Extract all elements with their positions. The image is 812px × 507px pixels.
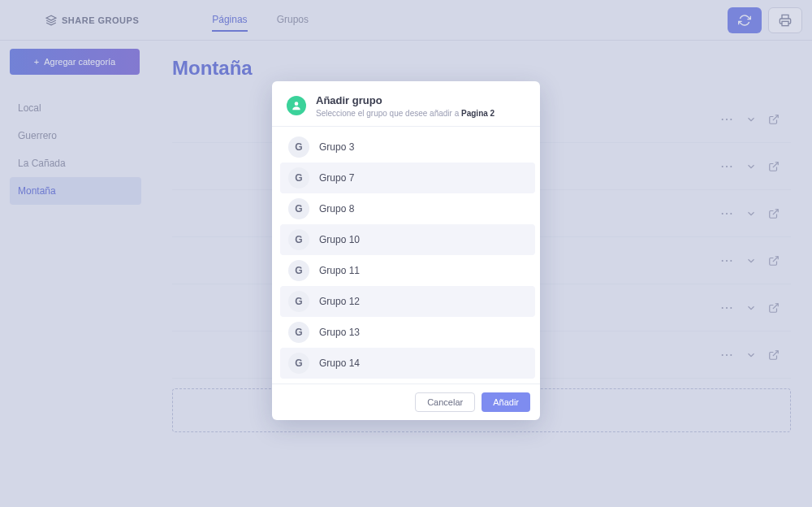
svg-point-8 — [295, 102, 299, 106]
group-label: Grupo 3 — [319, 141, 354, 153]
modal-overlay[interactable]: Añadir grupo Seleccione el grupo que des… — [0, 0, 812, 507]
group-label: Grupo 11 — [319, 265, 360, 276]
modal-footer: Cancelar Añadir — [272, 384, 540, 420]
group-label: Grupo 8 — [319, 203, 354, 214]
group-option[interactable]: GGrupo 13 — [280, 317, 535, 348]
group-avatar: G — [288, 322, 309, 343]
group-option[interactable]: GGrupo 7 — [280, 162, 535, 193]
group-label: Grupo 10 — [319, 234, 360, 245]
cancel-button[interactable]: Cancelar — [415, 392, 475, 412]
group-option[interactable]: GGrupo 8 — [280, 193, 535, 224]
confirm-button[interactable]: Añadir — [482, 392, 530, 412]
group-label: Grupo 14 — [319, 358, 360, 369]
add-group-modal: Añadir grupo Seleccione el grupo que des… — [272, 81, 540, 420]
group-label: Grupo 12 — [319, 296, 360, 307]
group-avatar: G — [288, 167, 309, 188]
modal-heading: Añadir grupo Seleccione el grupo que des… — [316, 94, 495, 118]
group-label: Grupo 13 — [319, 327, 360, 338]
group-avatar: G — [288, 260, 309, 281]
group-avatar: G — [288, 291, 309, 312]
group-option[interactable]: GGrupo 14 — [280, 348, 535, 379]
modal-avatar — [287, 96, 306, 115]
group-avatar: G — [288, 198, 309, 219]
group-avatar: G — [288, 353, 309, 374]
modal-title: Añadir grupo — [316, 94, 495, 106]
group-avatar: G — [288, 136, 309, 158]
modal-header: Añadir grupo Seleccione el grupo que des… — [272, 81, 540, 127]
group-option[interactable]: GGrupo 10 — [280, 224, 535, 255]
modal-subtitle-target: Pagina 2 — [461, 109, 495, 118]
modal-subtitle: Seleccione el grupo que desee añadir a P… — [316, 109, 495, 118]
group-label: Grupo 7 — [319, 172, 354, 184]
group-option[interactable]: GGrupo 3 — [280, 132, 535, 162]
group-avatar: G — [288, 229, 309, 250]
group-option[interactable]: GGrupo 12 — [280, 286, 535, 317]
modal-list[interactable]: GGrupo 3GGrupo 7GGrupo 8GGrupo 10GGrupo … — [272, 127, 540, 384]
user-icon — [291, 100, 302, 111]
group-option[interactable]: GGrupo 11 — [280, 255, 535, 286]
modal-subtitle-prefix: Seleccione el grupo que desee añadir a — [316, 109, 461, 118]
